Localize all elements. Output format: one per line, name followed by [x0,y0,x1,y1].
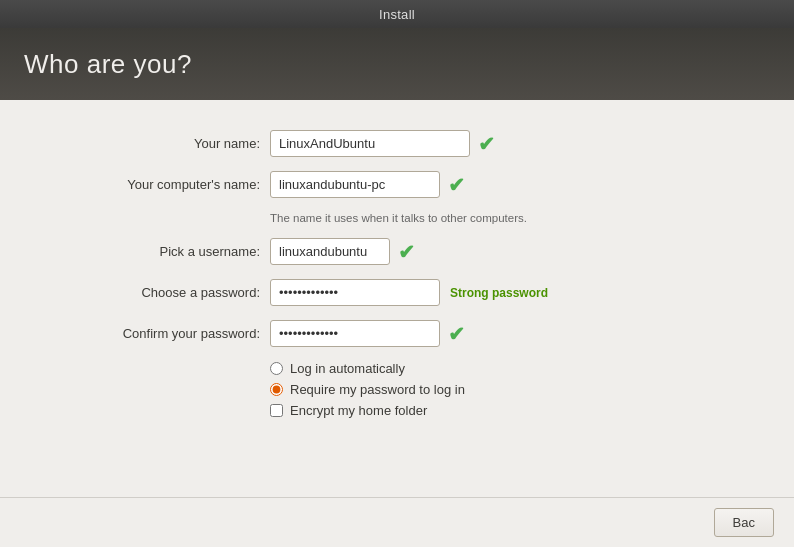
username-checkmark: ✔ [398,240,415,264]
computer-name-input[interactable] [270,171,440,198]
confirm-password-label: Confirm your password: [40,326,270,341]
header: Who are you? [0,28,794,100]
bottom-bar: Bac [0,497,794,547]
username-label: Pick a username: [40,244,270,259]
your-name-input[interactable] [270,130,470,157]
confirm-password-input[interactable] [270,320,440,347]
login-auto-row: Log in automatically [270,361,754,376]
login-password-radio[interactable] [270,383,283,396]
password-input[interactable] [270,279,440,306]
login-password-label: Require my password to log in [290,382,465,397]
content-area: Your name: ✔ Your computer's name: ✔ The… [0,100,794,444]
your-name-row: Your name: ✔ [40,130,754,157]
encrypt-label: Encrypt my home folder [290,403,427,418]
password-strength-label: Strong password [450,286,548,300]
username-row: Pick a username: ✔ [40,238,754,265]
encrypt-row: Encrypt my home folder [270,403,754,418]
computer-hint-row: The name it uses when it talks to other … [40,212,754,224]
login-auto-radio[interactable] [270,362,283,375]
your-name-label: Your name: [40,136,270,151]
confirm-password-checkmark: ✔ [448,322,465,346]
page-title: Who are you? [24,49,192,80]
computer-name-hint: The name it uses when it talks to other … [270,212,527,224]
password-label: Choose a password: [40,285,270,300]
login-password-row: Require my password to log in [270,382,754,397]
password-row: Choose a password: Strong password [40,279,754,306]
login-options-section: Log in automatically Require my password… [270,361,754,418]
your-name-checkmark: ✔ [478,132,495,156]
confirm-password-row: Confirm your password: ✔ [40,320,754,347]
title-bar-label: Install [379,7,415,22]
computer-name-checkmark: ✔ [448,173,465,197]
computer-name-row: Your computer's name: ✔ [40,171,754,198]
login-auto-label: Log in automatically [290,361,405,376]
back-button[interactable]: Bac [714,508,774,537]
title-bar: Install [0,0,794,28]
username-input[interactable] [270,238,390,265]
encrypt-checkbox[interactable] [270,404,283,417]
computer-name-label: Your computer's name: [40,177,270,192]
